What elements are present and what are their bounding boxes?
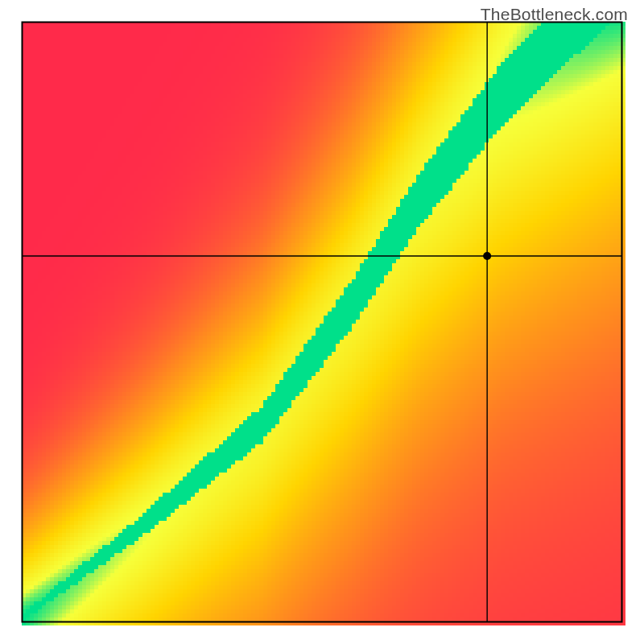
watermark-text: TheBottleneck.com xyxy=(481,5,628,24)
crosshair-overlay xyxy=(0,0,644,644)
chart-container: TheBottleneck.com xyxy=(0,0,644,644)
